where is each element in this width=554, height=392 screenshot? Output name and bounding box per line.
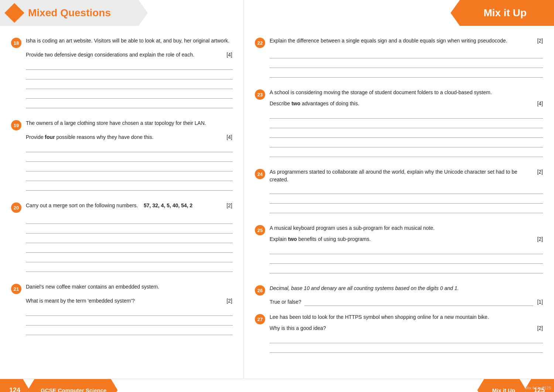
left-questions-area: 18 Isha is coding an art website. Visito… xyxy=(0,37,243,364)
answer-line xyxy=(26,173,233,181)
answer-line xyxy=(270,345,543,353)
q26-answer-line xyxy=(304,298,534,306)
answer-line xyxy=(26,81,233,89)
right-page: Mix it Up 22 Explain the difference betw… xyxy=(244,0,554,379)
answer-line xyxy=(270,186,543,194)
q24-marks: [2] xyxy=(537,169,543,175)
answer-line xyxy=(270,69,543,78)
answer-line xyxy=(26,183,233,191)
question-18: 18 Isha is coding an art website. Visito… xyxy=(11,37,232,108)
q26-true-false-label: True or false? xyxy=(270,299,301,305)
question-21: 21 Daniel's new coffee maker contains an… xyxy=(11,283,232,335)
answer-line xyxy=(270,195,543,204)
page-container: Mixed Questions 18 Isha is coding an art… xyxy=(0,0,554,379)
q22-marks: [2] xyxy=(537,38,543,44)
q27-answer-lines xyxy=(270,335,543,353)
answer-line xyxy=(270,110,543,119)
q27-marks: [2] xyxy=(537,325,543,331)
orange-diamond-icon xyxy=(4,3,24,23)
answer-line xyxy=(270,130,543,138)
q21-main-text: Daniel's new coffee maker contains an em… xyxy=(26,283,232,291)
answer-line xyxy=(26,91,233,99)
left-page-title: Mixed Questions xyxy=(28,7,111,19)
q18-answer-lines xyxy=(26,62,232,108)
mix-it-up-banner: Mix it Up xyxy=(451,0,554,26)
answer-line xyxy=(270,256,543,264)
q19-sub-text: Provide four possible reasons why they h… xyxy=(26,133,223,141)
q22-main-text: Explain the difference between a single … xyxy=(270,37,533,45)
right-page-title: Mix it Up xyxy=(483,7,527,19)
q25-marks: [2] xyxy=(537,236,543,242)
answer-line xyxy=(26,71,233,79)
answer-line xyxy=(270,246,543,254)
right-questions-area: 22 Explain the difference between a sing… xyxy=(244,37,554,364)
q25-answer-lines xyxy=(270,246,543,273)
q22-answer-lines xyxy=(270,50,543,78)
q23-marks: [4] xyxy=(537,100,543,106)
question-25: 25 A musical keyboard program uses a sub… xyxy=(255,224,543,273)
answer-line xyxy=(26,254,233,262)
footer-left: 124 GCSE Computer Science xyxy=(0,379,244,392)
q19-answer-lines xyxy=(26,144,232,191)
answer-line xyxy=(26,144,233,152)
q22-badge: 22 xyxy=(255,38,265,48)
question-20: 20 Carry out a merge sort on the followi… xyxy=(11,202,232,272)
q20-main-text: Carry out a merge sort on the following … xyxy=(26,202,223,209)
q27-main-text: Lee has been told to look for the HTTPS … xyxy=(270,313,543,321)
answer-line xyxy=(270,205,543,213)
q26-marks: [1] xyxy=(537,299,543,305)
answer-line xyxy=(26,216,233,224)
q26-main-text: Decimal, base 10 and denary are all coun… xyxy=(270,284,543,292)
q25-sub-text: Explain two benefits of using sub-progra… xyxy=(270,235,533,243)
watermark-text: Mix it Up 7125 xyxy=(522,384,554,392)
answer-line xyxy=(26,327,233,335)
q20-answer-lines xyxy=(26,216,232,272)
q24-main-text: As programmers started to collaborate al… xyxy=(270,168,533,184)
question-22: 22 Explain the difference between a sing… xyxy=(255,37,543,78)
question-24: 24 As programmers started to collaborate… xyxy=(255,168,543,213)
question-19: 19 The owners of a large clothing store … xyxy=(11,119,232,191)
answer-line xyxy=(270,60,543,68)
q21-answer-lines xyxy=(26,308,232,335)
answer-line xyxy=(270,335,543,343)
right-header: Mix it Up xyxy=(244,0,554,26)
question-27: 27 Lee has been told to look for the HTT… xyxy=(255,313,543,353)
footer-page-number-left: 124 xyxy=(0,379,30,392)
answer-line xyxy=(26,154,233,162)
footer-right: Mix it Up 125 xyxy=(244,379,554,392)
answer-line xyxy=(270,149,543,157)
answer-line xyxy=(26,62,233,70)
q23-answer-lines xyxy=(270,110,543,157)
answer-line xyxy=(26,308,233,316)
q19-main-text: The owners of a large clothing store hav… xyxy=(26,119,232,127)
answer-line xyxy=(270,139,543,147)
page-footer: 124 GCSE Computer Science Mix it Up 125 xyxy=(0,379,554,392)
q24-answer-lines xyxy=(270,186,543,213)
question-26: 26 Decimal, base 10 and denary are all c… xyxy=(255,284,543,353)
footer-mix-it-up-label: Mix it Up xyxy=(477,379,526,392)
answer-line xyxy=(26,100,233,108)
q18-marks: [4] xyxy=(226,52,232,58)
q18-main-text: Isha is coding an art website. Visitors … xyxy=(26,37,232,45)
answer-line xyxy=(26,235,233,243)
q20-marks: [2] xyxy=(226,202,232,208)
q18-badge: 18 xyxy=(11,38,21,48)
q19-badge: 19 xyxy=(11,120,21,130)
q24-badge: 24 xyxy=(255,169,265,179)
q20-badge: 20 xyxy=(11,202,21,213)
q21-badge: 21 xyxy=(11,284,21,294)
question-23: 23 A school is considering moving the st… xyxy=(255,89,543,157)
q21-marks: [2] xyxy=(226,298,232,304)
footer-subject-label: GCSE Computer Science xyxy=(28,379,117,392)
q21-sub-text: What is meant by the term 'embedded syst… xyxy=(26,297,223,305)
answer-line xyxy=(270,265,543,273)
answer-line xyxy=(26,317,233,325)
q27-sub-text: Why is this a good idea? xyxy=(270,324,533,332)
q26-badge: 26 xyxy=(255,285,265,296)
answer-line xyxy=(270,50,543,58)
q23-sub-text: Describe two advantages of doing this. xyxy=(270,100,533,108)
left-page: Mixed Questions 18 Isha is coding an art… xyxy=(0,0,244,379)
q25-badge: 25 xyxy=(255,225,265,235)
q23-badge: 23 xyxy=(255,89,265,100)
q27-badge: 27 xyxy=(255,314,265,324)
